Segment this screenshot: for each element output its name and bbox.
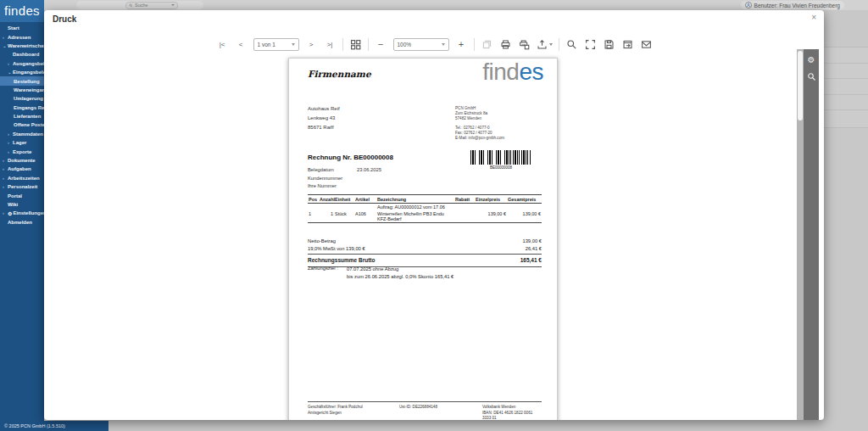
search-icon	[129, 3, 133, 8]
sidebar-item-warenwirtschaft[interactable]: ⌄Warenwirtschaft	[0, 42, 44, 50]
print-button[interactable]	[499, 37, 512, 51]
print-current-page-button[interactable]	[518, 37, 531, 51]
invoice-total-row: Rechnungssumme Brutto165,41 €	[308, 255, 542, 265]
sidebar-item-eingangs-rechnung[interactable]: Eingangs Rechnung	[0, 104, 44, 112]
barcode-image	[470, 150, 531, 165]
prev-page-button[interactable]: <	[235, 37, 248, 51]
preview-side-panel: ⚙	[804, 49, 819, 420]
chevron-down-icon	[292, 43, 295, 46]
preview-scrollbar[interactable]	[797, 49, 804, 420]
print-toolbar: |< < 1 von 1 > >| − 100% +	[44, 32, 824, 56]
printer-icon	[500, 39, 511, 50]
invoice-barcode: BE00000008	[470, 150, 531, 170]
sidebar-item-arbeitszeiten[interactable]: ›Arbeitszeiten	[0, 174, 44, 182]
copyright: © 2025 PCN GmbH (1.5.510)	[0, 421, 108, 431]
invoice-logo: findes	[482, 59, 543, 86]
zoom-select[interactable]: 100%	[393, 38, 449, 51]
gear-icon: ⚙	[8, 210, 12, 216]
sidebar-item-eingangsbelege[interactable]: ⌄Eingangsbelege	[0, 68, 44, 76]
invoice-footer: Geschäftsführer: Frank Podchul Amtsgeric…	[308, 401, 542, 420]
invoice-sender-address: PCN GmbH Zum Eichstruck 8a 57482 Wenden	[455, 106, 487, 121]
divider	[308, 254, 542, 255]
invoice-items-table: Pos Anzahl Einheit Artikel Bezeichnung R…	[308, 194, 542, 223]
send-email-button[interactable]	[640, 37, 653, 51]
sidebar-item-bestellung[interactable]: Bestellung	[0, 76, 44, 85]
toolbar-divider	[559, 38, 559, 51]
sidebar-item-dashboard[interactable]: Dashboard	[0, 50, 44, 59]
dialog-title: Druck	[53, 14, 76, 24]
table-header-row: Pos Anzahl Einheit Artikel Bezeichnung R…	[308, 195, 542, 204]
sidebar-item-wareneingang[interactable]: Wareneingang	[0, 86, 44, 94]
sidebar-item-start[interactable]: Start	[0, 24, 44, 32]
sidebar-item-stammdaten[interactable]: ›Stammdaten	[0, 130, 44, 138]
global-search-input[interactable]: Suche	[125, 2, 178, 9]
sidebar-item-dokumente[interactable]: ›Dokumente	[0, 156, 44, 165]
fullscreen-icon	[585, 39, 596, 50]
search-panel-button[interactable]	[805, 70, 817, 82]
printer-page-icon	[519, 39, 530, 50]
watermark-icon	[481, 39, 492, 50]
export-button[interactable]	[537, 37, 553, 51]
invoice-recipient-address: Autohaus Reif Lenkweg 43 85671 Raiff	[308, 104, 340, 132]
toolbar-divider	[474, 38, 475, 51]
invoice-title: Rechnung Nr. BE00000008	[308, 154, 393, 161]
first-page-button[interactable]: |<	[216, 37, 229, 51]
sidebar-item-personalzeit[interactable]: ›Personalzeit	[0, 182, 44, 191]
search-icon	[807, 72, 816, 81]
barcode-caption: BE00000008	[470, 165, 531, 170]
sidebar-item-adressen[interactable]: ›Adressen	[0, 32, 44, 41]
zoom-out-button[interactable]: −	[375, 37, 387, 51]
toolbar-divider	[368, 38, 369, 51]
settings-button[interactable]: ⚙	[805, 53, 817, 65]
invoice-meta: Belegdatum23.06.2025 Kundennummer Ihre N…	[308, 165, 381, 190]
sidebar: findes Start ›Adressen ⌄Warenwirtschaft …	[0, 0, 44, 421]
user-menu[interactable]: Benutzer: Frau Vivien Freudenberg	[741, 1, 844, 9]
document-preview-page: Firmenname findes Autohaus Reif Lenkweg …	[288, 58, 558, 420]
close-icon[interactable]: ×	[811, 13, 816, 22]
print-dialog: Druck × |< < 1 von 1 > >| − 100% +	[44, 10, 824, 420]
zoom-in-button[interactable]: +	[455, 37, 468, 51]
sidebar-item-einstellungen[interactable]: ›⚙Einstellungen	[0, 209, 44, 217]
invoice-totals: Netto-Betrag139,00 € 19,0% MwSt von 139,…	[308, 237, 542, 268]
app-logo: findes	[0, 0, 44, 22]
sidebar-item-portal[interactable]: Portal	[0, 191, 44, 199]
fullscreen-button[interactable]	[584, 37, 597, 51]
chevron-down-icon	[549, 43, 553, 46]
invoice-payment-terms: Zahlungsziel : 07.07.2025 ohne Abzug bis…	[308, 266, 453, 281]
sidebar-item-lieferanten[interactable]: Lieferanten	[0, 112, 44, 120]
email-icon	[641, 39, 652, 50]
background-table	[817, 47, 868, 128]
export-icon	[537, 39, 548, 50]
search-icon	[566, 39, 577, 50]
sidebar-nav: Start ›Adressen ⌄Warenwirtschaft Dashboa…	[0, 24, 44, 227]
table-group-row: Auftrag: AU00000012 vom 17.06	[308, 204, 542, 211]
scrollbar-thumb[interactable]	[798, 51, 803, 120]
search-document-button[interactable]	[565, 37, 578, 51]
sidebar-item-ausgangsbelege[interactable]: ›Ausgangsbelege	[0, 59, 44, 68]
save-button[interactable]	[603, 37, 615, 51]
export-document-icon	[622, 39, 633, 50]
page-layout-button[interactable]	[349, 37, 362, 51]
toolbar-divider	[342, 38, 343, 51]
sidebar-item-aufgaben[interactable]: ›Aufgaben	[0, 165, 44, 173]
save-icon	[604, 39, 615, 50]
sidebar-item-umlagerung[interactable]: Umlagerung	[0, 94, 44, 103]
thumbnails-icon	[350, 39, 361, 50]
user-label: Benutzer: Frau Vivien Freudenberg	[754, 3, 840, 8]
app-footer: © 2025 PCN GmbH (1.5.510)	[0, 421, 868, 431]
last-page-button[interactable]: >|	[324, 37, 337, 51]
sidebar-item-exporte[interactable]: ›Exporte	[0, 147, 44, 155]
invoice-company-placeholder: Firmenname	[308, 69, 371, 79]
open-in-window-button[interactable]	[621, 37, 634, 51]
sidebar-item-wiki[interactable]: Wiki	[0, 200, 44, 209]
next-page-button[interactable]: >	[305, 37, 318, 51]
watermark-button	[481, 37, 493, 51]
app-header: Suche Benutzer: Frau Vivien Freudenberg	[0, 0, 868, 10]
page-select[interactable]: 1 von 1	[253, 38, 299, 51]
sidebar-item-lager[interactable]: ›Lager	[0, 138, 44, 147]
chevron-down-icon	[171, 4, 175, 6]
sidebar-item-abmelden[interactable]: Abmelden	[0, 218, 44, 227]
chevron-down-icon	[442, 43, 445, 46]
table-row: 1 1 Stück A106 Winterreifen Michellin PB…	[308, 210, 542, 223]
sidebar-item-offene-posten[interactable]: Offene Posten	[0, 120, 44, 129]
